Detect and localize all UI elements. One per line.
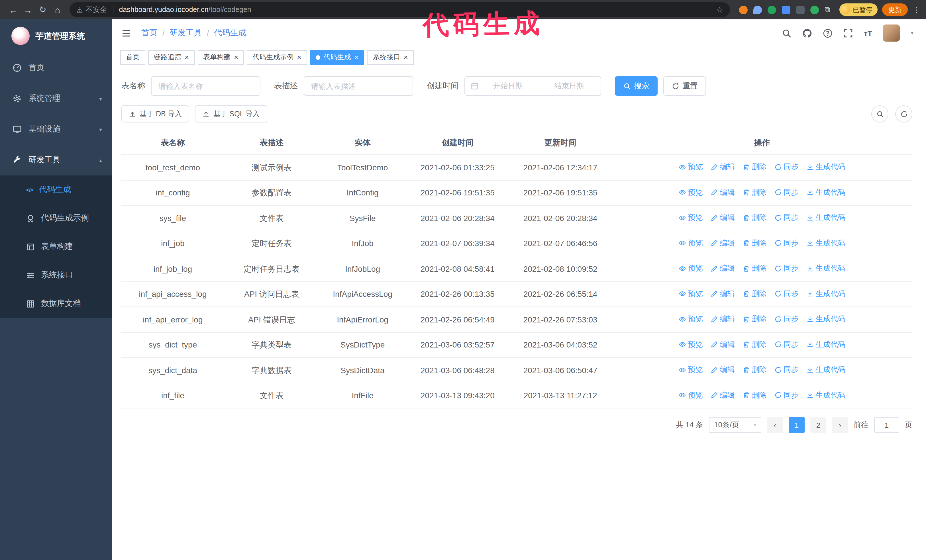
- sidebar-item-codegen[interactable]: </> 代码生成: [0, 175, 112, 204]
- delete-link[interactable]: 删除: [743, 339, 767, 350]
- preview-link[interactable]: 预览: [679, 364, 703, 376]
- refresh-table-button[interactable]: [895, 106, 912, 122]
- fullscreen-icon[interactable]: [843, 28, 853, 38]
- generate-code-link[interactable]: 生成代码: [806, 161, 845, 173]
- sidebar-item-db-doc[interactable]: 数据库文档: [0, 290, 112, 318]
- sidebar-item-home[interactable]: 首页: [0, 53, 112, 83]
- tab-api[interactable]: 系统接口 ×: [367, 50, 414, 65]
- sync-link[interactable]: 同步: [775, 313, 799, 325]
- sidebar-item-codegen-demo[interactable]: 代码生成示例: [0, 204, 112, 232]
- generate-code-link[interactable]: 生成代码: [806, 389, 845, 401]
- delete-link[interactable]: 删除: [743, 212, 767, 223]
- reload-icon[interactable]: ↻: [35, 2, 50, 17]
- sync-link[interactable]: 同步: [775, 364, 799, 376]
- home-icon[interactable]: ⌂: [50, 2, 65, 17]
- breadcrumb-home[interactable]: 首页: [141, 28, 157, 38]
- browser-menu-icon[interactable]: ⋮: [912, 5, 920, 14]
- user-avatar[interactable]: [883, 24, 900, 42]
- collapse-menu-icon[interactable]: [121, 28, 131, 38]
- page-button-2[interactable]: 2: [810, 417, 826, 433]
- generate-code-link[interactable]: 生成代码: [806, 313, 845, 325]
- generate-code-link[interactable]: 生成代码: [806, 364, 845, 376]
- extensions-puzzle-icon[interactable]: ⧉: [825, 5, 830, 14]
- generate-code-link[interactable]: 生成代码: [806, 187, 845, 198]
- edit-link[interactable]: 编辑: [711, 339, 735, 350]
- preview-link[interactable]: 预览: [679, 212, 703, 223]
- github-icon[interactable]: [802, 28, 812, 38]
- edit-link[interactable]: 编辑: [711, 161, 735, 173]
- preview-link[interactable]: 预览: [679, 288, 703, 299]
- extension-icon-4[interactable]: [782, 5, 790, 14]
- next-page-button[interactable]: ›: [832, 417, 848, 433]
- edit-link[interactable]: 编辑: [711, 313, 735, 325]
- delete-link[interactable]: 删除: [743, 288, 767, 299]
- edit-link[interactable]: 编辑: [711, 364, 735, 376]
- generate-code-link[interactable]: 生成代码: [806, 237, 845, 249]
- close-icon[interactable]: ×: [354, 54, 359, 61]
- tab-form-builder[interactable]: 表单构建 ×: [197, 50, 244, 65]
- goto-page-input[interactable]: [874, 417, 899, 433]
- preview-link[interactable]: 预览: [679, 263, 703, 274]
- edit-link[interactable]: 编辑: [711, 288, 735, 299]
- sidebar-item-devtools[interactable]: 研发工具 ▴: [0, 145, 112, 175]
- sync-link[interactable]: 同步: [775, 187, 799, 198]
- preview-link[interactable]: 预览: [679, 389, 703, 401]
- sync-link[interactable]: 同步: [775, 263, 799, 274]
- sync-link[interactable]: 同步: [775, 212, 799, 223]
- sync-link[interactable]: 同步: [775, 339, 799, 350]
- close-icon[interactable]: ×: [234, 54, 238, 61]
- page-button-1[interactable]: 1: [789, 417, 805, 433]
- sync-link[interactable]: 同步: [775, 389, 799, 401]
- edit-link[interactable]: 编辑: [711, 212, 735, 223]
- breadcrumb-devtools[interactable]: 研发工具: [170, 28, 202, 38]
- table-name-input[interactable]: [151, 76, 260, 96]
- edit-link[interactable]: 编辑: [711, 237, 735, 249]
- generate-code-link[interactable]: 生成代码: [806, 339, 845, 350]
- page-size-select[interactable]: 10条/页 ▾: [709, 417, 761, 433]
- tab-codegen-demo[interactable]: 代码生成示例 ×: [247, 50, 307, 65]
- close-icon[interactable]: ×: [185, 54, 189, 61]
- font-size-icon[interactable]: тT: [864, 29, 872, 37]
- edit-link[interactable]: 编辑: [711, 389, 735, 401]
- delete-link[interactable]: 删除: [743, 313, 767, 325]
- sidebar-item-infra[interactable]: 基础设施 ▾: [0, 114, 112, 145]
- chevron-down-icon[interactable]: ▾: [911, 30, 914, 36]
- search-button[interactable]: 搜索: [615, 76, 658, 96]
- delete-link[interactable]: 删除: [743, 263, 767, 274]
- extension-icon-1[interactable]: [739, 5, 747, 14]
- preview-link[interactable]: 预览: [679, 187, 703, 198]
- import-db-button[interactable]: 基于 DB 导入: [121, 106, 189, 122]
- generate-code-link[interactable]: 生成代码: [806, 263, 845, 274]
- table-desc-input[interactable]: [304, 76, 413, 96]
- sync-link[interactable]: 同步: [775, 161, 799, 173]
- generate-code-link[interactable]: 生成代码: [806, 288, 845, 299]
- import-sql-button[interactable]: 基于 SQL 导入: [195, 106, 267, 122]
- edit-link[interactable]: 编辑: [711, 187, 735, 198]
- sidebar-item-system[interactable]: 系统管理 ▾: [0, 83, 112, 114]
- address-bar[interactable]: ⚠ 不安全 dashboard.yudao.iocoder.cn /tool/c…: [70, 2, 730, 17]
- sidebar-item-api[interactable]: 系统接口: [0, 261, 112, 290]
- extension-icon-2[interactable]: [754, 5, 762, 14]
- forward-icon[interactable]: →: [21, 2, 35, 17]
- update-button[interactable]: 更新: [882, 3, 908, 16]
- delete-link[interactable]: 删除: [743, 161, 767, 173]
- sync-link[interactable]: 同步: [775, 237, 799, 249]
- extension-icon-5[interactable]: [796, 5, 805, 14]
- preview-link[interactable]: 预览: [679, 237, 703, 249]
- close-icon[interactable]: ×: [404, 54, 408, 61]
- bookmark-star-icon[interactable]: ☆: [716, 5, 723, 14]
- generate-code-link[interactable]: 生成代码: [806, 212, 845, 223]
- preview-link[interactable]: 预览: [679, 161, 703, 173]
- toggle-search-button[interactable]: [871, 106, 888, 122]
- delete-link[interactable]: 删除: [743, 364, 767, 376]
- reset-button[interactable]: 重置: [663, 76, 706, 96]
- back-icon[interactable]: ←: [6, 2, 21, 17]
- help-icon[interactable]: [823, 28, 832, 38]
- close-icon[interactable]: ×: [297, 54, 301, 61]
- profile-paused-badge[interactable]: 已暂停: [839, 3, 878, 16]
- delete-link[interactable]: 删除: [743, 389, 767, 401]
- prev-page-button[interactable]: ‹: [767, 417, 783, 433]
- delete-link[interactable]: 删除: [743, 187, 767, 198]
- date-range-picker[interactable]: 开始日期 - 结束日期: [465, 76, 601, 96]
- tab-tracing[interactable]: 链路追踪 ×: [148, 50, 195, 65]
